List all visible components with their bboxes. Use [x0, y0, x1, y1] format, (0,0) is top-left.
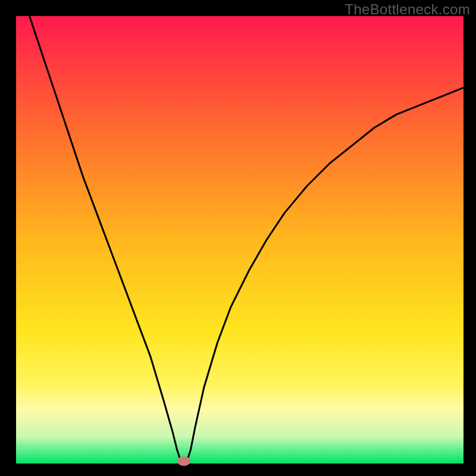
watermark-label: TheBottleneck.com: [345, 1, 470, 18]
optimum-marker: [177, 456, 190, 466]
plot-background: [16, 16, 464, 464]
chart-frame: TheBottleneck.com: [0, 0, 476, 476]
bottleneck-chart: [0, 0, 476, 476]
